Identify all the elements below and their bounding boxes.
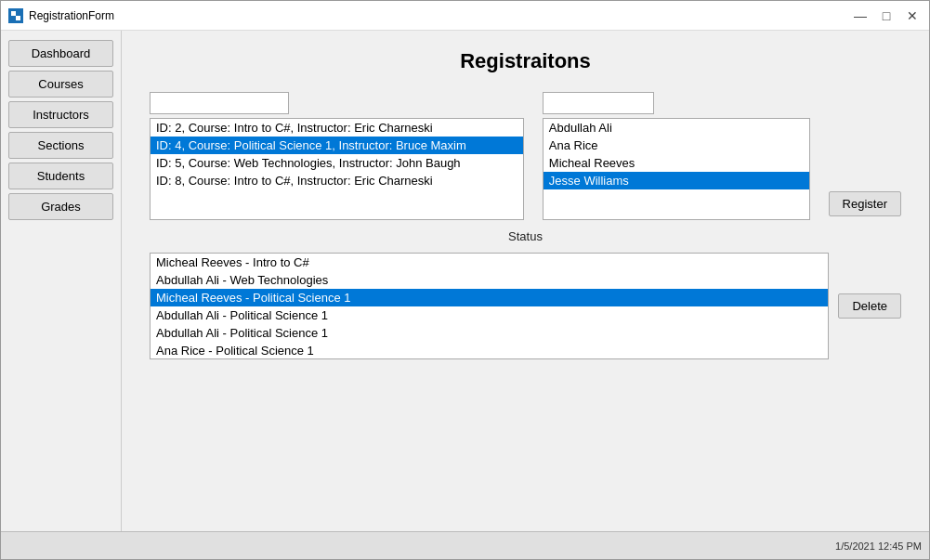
students-listbox[interactable]: Abdullah AliAna RiceMicheal ReevesJesse …	[543, 118, 810, 220]
top-section: ID: 2, Course: Intro to C#, Instructor: …	[150, 92, 901, 220]
sidebar-courses[interactable]: Courses	[8, 71, 113, 98]
svg-rect-0	[11, 11, 16, 16]
taskbar: 1/5/2021 12:45 PM	[1, 531, 929, 559]
list-item[interactable]: ID: 2, Course: Intro to C#, Instructor: …	[151, 119, 523, 137]
sidebar-instructors[interactable]: Instructors	[8, 101, 113, 128]
title-bar: RegistrationForm — □ ✕	[1, 1, 929, 31]
maximize-button[interactable]: □	[877, 7, 896, 25]
app-icon	[8, 8, 23, 23]
bottom-section: Micheal Reeves - Intro to C#Abdullah Ali…	[150, 253, 901, 359]
status-label: Status	[150, 229, 901, 243]
list-item[interactable]: Ana Rice - Political Science 1	[151, 342, 828, 359]
taskbar-text: 1/5/2021 12:45 PM	[835, 540, 922, 552]
sidebar-grades[interactable]: Grades	[8, 193, 113, 220]
register-button[interactable]: Register	[829, 191, 901, 216]
minimize-button[interactable]: —	[851, 7, 870, 25]
sidebar: DashboardCoursesInstructorsSectionsStude…	[1, 31, 122, 531]
list-item[interactable]: Micheal Reeves	[544, 154, 809, 172]
window-title: RegistrationForm	[29, 9, 114, 22]
students-panel: Abdullah AliAna RiceMicheal ReevesJesse …	[543, 92, 810, 220]
svg-rect-1	[16, 16, 20, 20]
main-window: RegistrationForm — □ ✕ DashboardCoursesI…	[0, 0, 930, 560]
list-item[interactable]: Jesse Williams	[544, 172, 809, 189]
sidebar-students[interactable]: Students	[8, 163, 113, 189]
sidebar-sections[interactable]: Sections	[8, 132, 113, 159]
list-item[interactable]: Abdullah Ali - Political Science 1	[151, 306, 828, 324]
list-item[interactable]: Abdullah Ali - Political Science 1	[151, 324, 828, 342]
page-title: Registraitons	[150, 49, 901, 73]
list-item[interactable]: ID: 5, Course: Web Technologies, Instruc…	[151, 154, 523, 172]
register-area: Register	[829, 92, 901, 220]
delete-button[interactable]: Delete	[838, 293, 901, 319]
sections-panel: ID: 2, Course: Intro to C#, Instructor: …	[150, 92, 524, 220]
sidebar-dashboard[interactable]: Dashboard	[8, 40, 113, 67]
sections-input-box[interactable]	[150, 92, 524, 114]
title-bar-left: RegistrationForm	[8, 8, 114, 23]
students-search-input[interactable]	[543, 92, 654, 114]
list-item[interactable]: Micheal Reeves - Intro to C#	[151, 254, 828, 271]
list-item[interactable]: Ana Rice	[544, 137, 809, 154]
list-item[interactable]: ID: 8, Course: Intro to C#, Instructor: …	[151, 172, 523, 189]
registrations-listbox[interactable]: Micheal Reeves - Intro to C#Abdullah Ali…	[150, 253, 829, 359]
list-item[interactable]: Abdullah Ali	[544, 119, 809, 137]
close-button[interactable]: ✕	[903, 7, 922, 25]
students-input-box[interactable]	[543, 92, 810, 114]
main-content: Registraitons ID: 2, Course: Intro to C#…	[122, 31, 929, 531]
sections-listbox[interactable]: ID: 2, Course: Intro to C#, Instructor: …	[150, 118, 524, 220]
sections-search-input[interactable]	[150, 92, 289, 114]
list-item[interactable]: ID: 4, Course: Political Science 1, Inst…	[151, 137, 523, 154]
list-item[interactable]: Micheal Reeves - Political Science 1	[151, 289, 828, 306]
list-item[interactable]: Abdullah Ali - Web Technologies	[151, 271, 828, 289]
content-area: DashboardCoursesInstructorsSectionsStude…	[1, 31, 929, 531]
title-bar-controls: — □ ✕	[851, 7, 922, 25]
